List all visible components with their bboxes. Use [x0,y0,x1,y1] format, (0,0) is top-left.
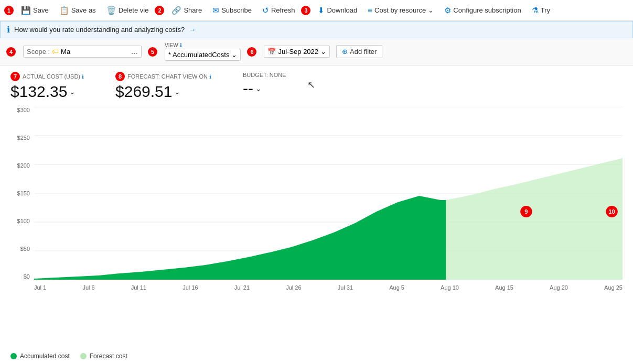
date-value: Jul-Sep 2022 [278,48,318,56]
cursor-indicator: ↖ [307,79,315,91]
legend-actual-dot [10,353,17,359]
budget-value[interactable]: -- ⌄ [243,80,286,97]
share-button[interactable]: 🔗 Share [167,4,206,17]
budget-label: BUDGET: NONE [243,72,286,78]
configure-button[interactable]: ⚙ Configure subscription [440,4,525,17]
chart-container: $300 $250 $200 $150 $100 $50 $0 [10,107,623,295]
x-label-aug20: Aug 20 [550,284,568,291]
save-label: Save [33,6,49,14]
y-label-300: $300 [10,107,34,113]
refresh-icon: ↺ [262,6,269,15]
actual-area [34,196,446,280]
badge-10-text: 10 [608,208,615,215]
actual-cost-value[interactable]: $132.35 ⌄ [10,83,84,101]
forecast-area [446,158,623,280]
y-label-50: $50 [10,246,34,252]
subscribe-icon: ✉ [212,6,219,15]
y-label-0: $0 [10,273,34,280]
try-icon: ⚗ [532,6,539,15]
calendar-icon: 📅 [267,48,276,56]
badge-2: 2 [155,6,164,15]
x-label-aug10: Aug 10 [441,284,459,291]
badge-5: 5 [148,47,157,57]
actual-chevron-icon: ⌄ [69,87,76,96]
x-label-jul1: Jul 1 [34,284,46,291]
forecast-chevron-icon: ⌄ [174,87,180,96]
y-label-250: $250 [10,135,34,141]
saveas-icon: 📋 [59,6,69,15]
x-label-jul16: Jul 16 [183,284,198,291]
y-label-150: $150 [10,190,34,196]
x-label-jul31: Jul 31 [338,284,353,291]
info-message: How would you rate understanding and ana… [14,26,185,34]
legend-forecast-label: Forecast cost [90,352,127,360]
view-label: VIEW ℹ [165,42,241,48]
info-link[interactable]: → [189,26,196,34]
date-selector[interactable]: 📅 Jul-Sep 2022 ⌄ [264,46,330,58]
view-selector: VIEW ℹ * AccumulatedCosts ⌄ [165,42,241,61]
legend-actual: Accumulated cost [10,352,70,360]
save-button[interactable]: 💾 Save [17,4,53,17]
x-label-aug15: Aug 15 [495,284,513,291]
legend: Accumulated cost Forecast cost [0,348,633,364]
costbyresource-button[interactable]: ≡ Cost by resource ⌄ [363,4,438,17]
try-label: Try [541,6,550,14]
scope-input[interactable] [61,48,129,56]
list-icon: ≡ [368,6,372,15]
x-label-jul6: Jul 6 [82,284,94,291]
add-filter-button[interactable]: ⊕ Add filter [336,45,382,58]
download-button[interactable]: ⬇ Download [314,4,361,17]
delete-icon: 🗑️ [106,6,116,15]
forecast-cost-value[interactable]: $269.51 ⌄ [115,83,211,101]
badge-1: 1 [4,6,14,15]
x-label-aug25: Aug 25 [604,284,623,291]
legend-forecast-dot [80,353,87,359]
chart-svg: 9 10 [34,107,623,280]
legend-actual-label: Accumulated cost [20,352,70,360]
main-content: ℹ How would you rate understanding and a… [0,21,633,364]
filter-bar: 4 Scope : 🏷 … 5 VIEW ℹ * AccumulatedCost… [0,38,633,65]
badge-9-text: 9 [524,208,528,215]
delete-label: Delete vie [119,6,149,14]
download-label: Download [327,6,357,14]
subscribe-button[interactable]: ✉ Subscribe [208,4,256,17]
x-label-jul26: Jul 26 [286,284,301,291]
actual-cost-label: 7 ACTUAL COST (USD) ℹ [10,72,84,81]
subscribe-label: Subscribe [221,6,252,14]
forecast-info-icon: ℹ [209,74,211,80]
refresh-button[interactable]: ↺ Refresh [258,4,299,17]
x-label-jul21: Jul 21 [234,284,250,291]
date-chevron-icon: ⌄ [320,48,326,56]
scope-selector[interactable]: Scope : 🏷 … [23,46,142,58]
info-icon: ℹ [7,25,10,35]
costbyresource-label: Cost by resource [374,6,426,14]
x-axis: Jul 1 Jul 6 Jul 11 Jul 16 Jul 21 Jul 26 … [34,280,623,295]
toolbar: 1 💾 Save 📋 Save as 🗑️ Delete vie 2 🔗 Sha… [0,0,633,21]
save-icon: 💾 [21,6,31,15]
legend-forecast: Forecast cost [80,352,127,360]
saveas-label: Save as [71,6,96,14]
delete-button[interactable]: 🗑️ Delete vie [102,4,153,17]
share-label: Share [184,6,202,14]
view-value: * AccumulatedCosts [168,51,229,59]
badge-7: 7 [10,72,20,81]
view-dropdown[interactable]: * AccumulatedCosts ⌄ [165,49,241,61]
actual-info-icon: ℹ [82,74,84,80]
forecast-cost-metric: 8 FORECAST: CHART VIEW ON ℹ $269.51 ⌄ [115,72,211,101]
badge-3: 3 [301,6,310,15]
badge-6: 6 [247,47,256,57]
scope-prefix: Scope : [27,48,50,56]
saveas-button[interactable]: 📋 Save as [55,4,100,17]
try-button[interactable]: ⚗ Try [528,4,554,17]
y-label-100: $100 [10,218,34,224]
actual-cost-metric: 7 ACTUAL COST (USD) ℹ $132.35 ⌄ [10,72,84,101]
scope-icon: 🏷 [52,48,59,56]
add-filter-label: Add filter [350,48,377,56]
x-label-aug5: Aug 5 [389,284,404,291]
forecast-cost-label: 8 FORECAST: CHART VIEW ON ℹ [115,72,211,81]
info-small-icon: ℹ [180,42,182,48]
badge-4: 4 [6,47,16,57]
gear-icon: ⚙ [444,6,451,15]
budget-metric: BUDGET: NONE -- ⌄ [243,72,286,97]
chart-area: $300 $250 $200 $150 $100 $50 $0 [0,107,633,346]
